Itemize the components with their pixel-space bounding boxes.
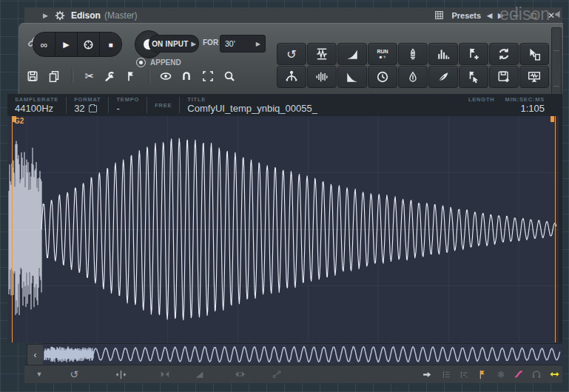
record-mode-dropdown[interactable]: ON INPUT ▶ xyxy=(149,35,199,53)
freeze-icon[interactable]: ❄ xyxy=(494,365,508,383)
claw-button[interactable] xyxy=(277,66,306,88)
start-marker-label[interactable]: G2 xyxy=(14,117,24,125)
radio-icon[interactable] xyxy=(136,58,146,67)
leaf-icon xyxy=(437,70,450,84)
overview-waveform-svg xyxy=(43,344,562,365)
end-marker-flag-icon[interactable] xyxy=(551,116,554,122)
tempo-value[interactable]: - xyxy=(116,103,139,114)
overview-strip[interactable] xyxy=(43,343,562,366)
title-field: TITLE ComfyUI_temp_ynbiq_00055_ xyxy=(180,94,325,116)
gear-icon[interactable] xyxy=(55,10,65,21)
zoom-icon[interactable] xyxy=(223,70,238,82)
arrow-right-icon[interactable] xyxy=(420,365,434,383)
snap-magnet-icon[interactable] xyxy=(181,70,195,82)
drag-copy-button[interactable] xyxy=(519,43,549,65)
indent-list-icon[interactable] xyxy=(457,365,471,383)
smudge-button[interactable] xyxy=(428,66,458,88)
marker-plus-icon xyxy=(467,47,480,61)
stop-button[interactable]: ■ xyxy=(100,33,121,56)
speaker-icon xyxy=(553,9,563,20)
tools-icon[interactable] xyxy=(104,70,118,82)
save-new-version-button[interactable] xyxy=(489,66,519,88)
free-field: FREE xyxy=(147,94,179,116)
denoise-button[interactable] xyxy=(307,66,337,88)
fl-studio-background: { "titlebar": { "title": "Edison", "subt… xyxy=(0,0,569,392)
save-icon[interactable] xyxy=(27,70,41,82)
title-value[interactable]: ComfyUI_temp_ynbiq_00055_ xyxy=(187,103,317,114)
reel-button[interactable] xyxy=(78,33,100,56)
claw-icon xyxy=(285,70,298,84)
tempo-field: TEMPO - xyxy=(109,94,147,116)
slide-curve-icon[interactable] xyxy=(511,365,526,383)
play-button[interactable]: ▶ xyxy=(55,33,78,56)
copy-icon[interactable] xyxy=(48,70,63,82)
duration-dropdown[interactable]: 30' ▶ xyxy=(220,35,266,53)
overview-back-button[interactable]: ‹ xyxy=(27,344,44,365)
fade-ramp-icon[interactable] xyxy=(192,365,206,383)
slide-link-icon[interactable] xyxy=(269,365,285,383)
loop-button[interactable]: ∞ xyxy=(33,33,55,56)
start-marker-line[interactable] xyxy=(12,116,13,342)
rocket-icon xyxy=(407,47,419,61)
duration-value: 30' xyxy=(225,39,235,48)
run-icon: ■ ▾ xyxy=(380,55,385,59)
record-mode-label: ON INPUT xyxy=(152,40,188,48)
selection-icon[interactable] xyxy=(202,70,217,82)
cut-icon[interactable]: ✂ xyxy=(82,70,97,83)
end-marker-line[interactable] xyxy=(555,116,556,342)
chevron-right-icon: ▶ xyxy=(192,41,196,47)
reverse-button[interactable]: ↺ xyxy=(277,43,306,65)
append-label: APPEND xyxy=(150,58,181,67)
scrub-icon[interactable] xyxy=(113,365,128,383)
time-stretch-button[interactable] xyxy=(368,66,397,88)
menu-chevron-icon[interactable]: ▼ xyxy=(33,365,45,383)
sample-info-bar: SAMPLERATE 44100Hz FORMAT 32 TEMPO - FRE… xyxy=(7,94,562,116)
waveform-display[interactable]: G2 xyxy=(7,116,559,342)
toolbar-divider xyxy=(72,70,73,83)
blur-button[interactable] xyxy=(398,66,428,88)
for-label: FOR xyxy=(203,38,218,47)
marker-flag-icon[interactable] xyxy=(476,365,489,383)
stretch-arrows-icon[interactable] xyxy=(547,365,562,383)
append-radio[interactable]: APPEND xyxy=(136,58,181,67)
normalize-button[interactable] xyxy=(307,43,337,65)
insert-marker-button[interactable] xyxy=(459,43,488,65)
send-to-playlist-button[interactable] xyxy=(519,66,549,88)
undo-icon[interactable]: ↺ xyxy=(67,365,81,383)
run-script-button[interactable]: RUN ■ ▾ xyxy=(368,43,397,65)
fade-in-button[interactable] xyxy=(337,43,367,65)
spectrum-bars-icon xyxy=(437,47,450,61)
eye-icon[interactable] xyxy=(159,70,174,82)
detach-grid-icon[interactable] xyxy=(434,10,444,20)
resample-button[interactable] xyxy=(489,43,519,65)
fade-out-icon xyxy=(346,70,359,84)
fade-in-icon xyxy=(346,47,359,61)
zoom-selection-out-icon[interactable] xyxy=(232,365,248,383)
run-label: RUN xyxy=(377,49,388,54)
fade-out-button[interactable] xyxy=(337,66,367,88)
zoom-selection-in-icon[interactable] xyxy=(158,365,172,383)
window-menu-arrow-icon[interactable]: ▶ xyxy=(43,12,48,19)
tempo-label: TEMPO xyxy=(116,96,139,103)
wave-export-icon xyxy=(528,70,541,84)
save-plus-icon xyxy=(497,70,511,84)
toolbar-divider xyxy=(149,70,150,83)
monitor-headphones-icon[interactable] xyxy=(529,365,544,383)
marker-icon[interactable] xyxy=(125,70,140,82)
format-value[interactable]: 32 xyxy=(74,103,84,114)
grid-center-line xyxy=(7,229,559,230)
edit-toolbar: ✂ xyxy=(27,70,238,83)
length-value: 1:105 xyxy=(520,103,545,114)
samplerate-value[interactable]: 44100Hz xyxy=(15,103,58,114)
reverb-button[interactable] xyxy=(398,43,428,65)
marker-select-button[interactable] xyxy=(459,66,488,88)
reverse-icon: ↺ xyxy=(286,47,296,61)
equalize-button[interactable] xyxy=(428,43,458,65)
event-list-icon[interactable] xyxy=(439,365,454,383)
length-unit-label[interactable]: MIN:SEC:MS xyxy=(505,96,545,103)
samplerate-label: SAMPLERATE xyxy=(15,96,58,103)
transport-group: ∞ ▶ ■ xyxy=(33,32,122,57)
toolbar-panel: ∞ ▶ ■ ON INPUT ▶ FOR 30' ▶ APPEND ✂ xyxy=(18,23,563,95)
waveform-right-gutter xyxy=(559,116,562,342)
grid-hline xyxy=(7,172,559,173)
